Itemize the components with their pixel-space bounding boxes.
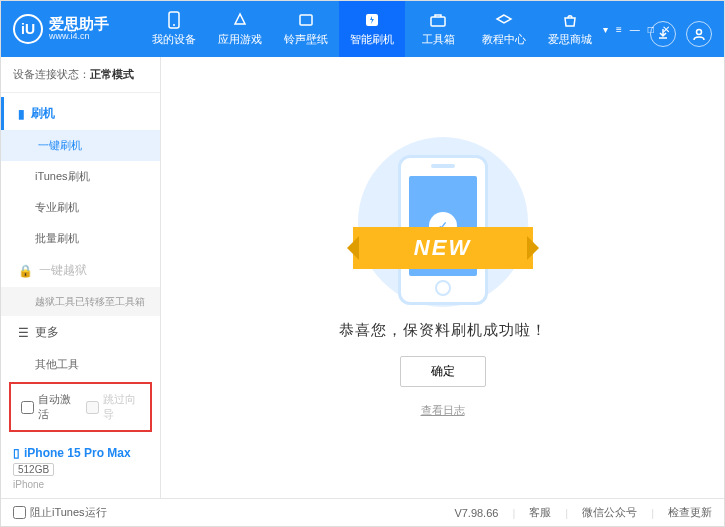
nav-toolbox[interactable]: 工具箱 xyxy=(405,1,471,57)
nav-label: 智能刷机 xyxy=(350,32,394,47)
top-nav: 我的设备 应用游戏 铃声壁纸 智能刷机 工具箱 教程中心 爱思商城 xyxy=(141,1,603,57)
skin-icon[interactable]: ≡ xyxy=(616,24,622,35)
svg-point-5 xyxy=(697,30,702,35)
nav-label: 工具箱 xyxy=(422,32,455,47)
flash-icon xyxy=(363,11,381,29)
sidebar-item-pro[interactable]: 专业刷机 xyxy=(1,192,160,223)
activation-options: 自动激活 跳过向导 xyxy=(9,382,152,432)
device-storage: 512GB xyxy=(13,463,54,476)
apps-icon xyxy=(231,11,249,29)
device-type: iPhone xyxy=(13,479,148,490)
footer-support[interactable]: 客服 xyxy=(529,505,551,520)
sidebar-group-flash[interactable]: ▮ 刷机 xyxy=(1,97,160,130)
sidebar-item-oneclick[interactable]: 一键刷机 xyxy=(1,130,160,161)
nav-smart-flash[interactable]: 智能刷机 xyxy=(339,1,405,57)
view-log-link[interactable]: 查看日志 xyxy=(421,403,465,418)
device-name[interactable]: ▯ iPhone 15 Pro Max xyxy=(13,446,148,460)
nav-label: 爱思商城 xyxy=(548,32,592,47)
device-info: ▯ iPhone 15 Pro Max 512GB iPhone xyxy=(1,438,160,498)
lock-icon: 🔒 xyxy=(18,264,33,278)
app-subtitle: www.i4.cn xyxy=(49,32,109,42)
logo-area: iU 爱思助手 www.i4.cn xyxy=(1,14,141,44)
sidebar-item-othertools[interactable]: 其他工具 xyxy=(1,349,160,376)
menu-icon[interactable]: ▾ xyxy=(603,24,608,35)
footer-update[interactable]: 检查更新 xyxy=(668,505,712,520)
jailbreak-note: 越狱工具已转移至工具箱 xyxy=(1,287,160,316)
phone-icon xyxy=(165,11,183,29)
phone-small-icon: ▮ xyxy=(18,107,25,121)
sidebar-group-more[interactable]: ☰ 更多 xyxy=(1,316,160,349)
nav-label: 应用游戏 xyxy=(218,32,262,47)
svg-rect-2 xyxy=(300,15,312,25)
menu-lines-icon: ☰ xyxy=(18,326,29,340)
new-ribbon: NEW xyxy=(353,227,533,269)
connection-status: 设备连接状态：正常模式 xyxy=(1,57,160,93)
phone-tiny-icon: ▯ xyxy=(13,446,20,460)
success-illustration: ✓ NEW xyxy=(343,137,543,307)
hat-icon xyxy=(495,11,513,29)
store-icon xyxy=(561,11,579,29)
skip-wizard-checkbox[interactable]: 跳过向导 xyxy=(86,392,141,422)
block-itunes-checkbox[interactable]: 阻止iTunes运行 xyxy=(13,505,107,520)
footer-wechat[interactable]: 微信公众号 xyxy=(582,505,637,520)
nav-my-device[interactable]: 我的设备 xyxy=(141,1,207,57)
nav-label: 铃声壁纸 xyxy=(284,32,328,47)
nav-ringtone[interactable]: 铃声壁纸 xyxy=(273,1,339,57)
ok-button[interactable]: 确定 xyxy=(400,356,486,387)
auto-activate-checkbox[interactable]: 自动激活 xyxy=(21,392,76,422)
sidebar-item-itunes[interactable]: iTunes刷机 xyxy=(1,161,160,192)
svg-rect-4 xyxy=(431,17,445,26)
nav-label: 教程中心 xyxy=(482,32,526,47)
logo-icon: iU xyxy=(13,14,43,44)
sidebar: 设备连接状态：正常模式 ▮ 刷机 一键刷机 iTunes刷机 专业刷机 批量刷机… xyxy=(1,57,161,498)
header: iU 爱思助手 www.i4.cn 我的设备 应用游戏 铃声壁纸 智能刷机 工具… xyxy=(1,1,724,57)
app-title: 爱思助手 xyxy=(49,16,109,33)
nav-apps[interactable]: 应用游戏 xyxy=(207,1,273,57)
sidebar-item-batch[interactable]: 批量刷机 xyxy=(1,223,160,254)
main-content: ✓ NEW 恭喜您，保资料刷机成功啦！ 确定 查看日志 xyxy=(161,57,724,498)
download-button[interactable] xyxy=(650,21,676,47)
minimize-icon[interactable]: — xyxy=(630,24,640,35)
svg-point-1 xyxy=(173,24,175,26)
nav-tutorials[interactable]: 教程中心 xyxy=(471,1,537,57)
user-button[interactable] xyxy=(686,21,712,47)
toolbox-icon xyxy=(429,11,447,29)
nav-label: 我的设备 xyxy=(152,32,196,47)
image-icon xyxy=(297,11,315,29)
success-message: 恭喜您，保资料刷机成功啦！ xyxy=(339,321,547,340)
nav-store[interactable]: 爱思商城 xyxy=(537,1,603,57)
footer: 阻止iTunes运行 V7.98.66 | 客服 | 微信公众号 | 检查更新 xyxy=(1,498,724,526)
version-label: V7.98.66 xyxy=(454,507,498,519)
sidebar-group-jailbreak: 🔒 一键越狱 xyxy=(1,254,160,287)
